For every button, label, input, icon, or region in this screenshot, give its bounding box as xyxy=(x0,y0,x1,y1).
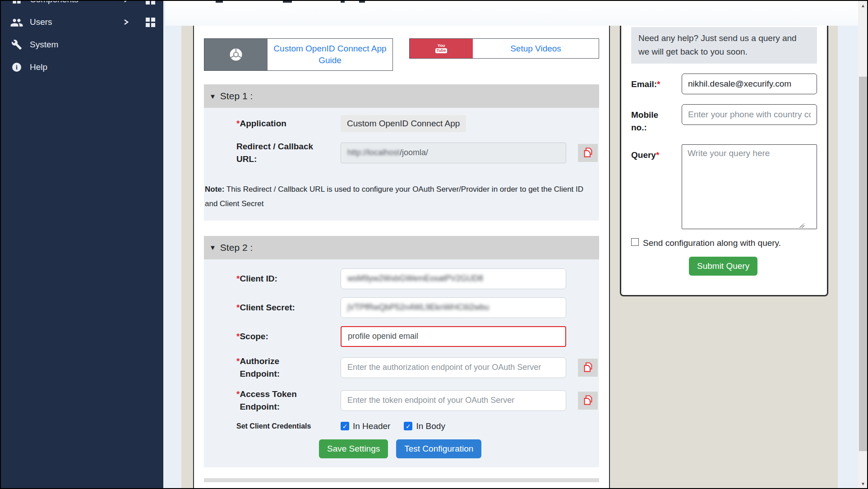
vertical-scrollbar[interactable]: ▲ ▼ xyxy=(858,0,868,489)
support-panel: Need any help? Just send us a query and … xyxy=(620,0,828,296)
redirect-url-clear: /joomla/ xyxy=(400,148,428,157)
scroll-up-button[interactable]: ▲ xyxy=(858,1,868,10)
submit-row: Submit Query xyxy=(631,257,817,276)
send-config-checkbox[interactable] xyxy=(631,238,639,246)
authorize-endpoint-input[interactable] xyxy=(341,357,566,378)
client-id-input[interactable]: wsM9yw2WxbGWemEosatPV2GUD8 xyxy=(341,268,566,289)
tab-setup-videos[interactable]: You Tube Setup Videos xyxy=(409,38,599,59)
email-label: Email:* xyxy=(631,74,682,94)
support-email-input[interactable] xyxy=(682,74,817,94)
components-icon xyxy=(9,0,24,5)
tab-app-guide-label: Custom OpenID Connect App Guide xyxy=(268,39,392,70)
in-body-checkbox[interactable]: ✓ xyxy=(404,422,412,430)
query-row: Query* xyxy=(631,144,817,229)
redirect-url-row: Redirect / Callback URL: http://localhos… xyxy=(204,140,599,165)
authorize-endpoint-row: *Authorize Endpoint: xyxy=(204,355,599,380)
next-section-divider xyxy=(204,478,599,482)
scope-row: *Scope: xyxy=(204,326,599,347)
client-id-obscured-value: wsM9yw2WxbGWemEosatPV2GUD8 xyxy=(347,274,483,283)
chrome-icon xyxy=(204,39,268,70)
client-credentials-label: Set Client Credentials xyxy=(236,421,341,431)
admin-sidebar: Components Users System i xyxy=(0,0,163,489)
sidebar-item-help[interactable]: i Help xyxy=(0,56,163,78)
copy-redirect-url-button[interactable] xyxy=(578,144,598,162)
in-header-label: In Header xyxy=(353,421,390,431)
mobile-label: Mobile no.: xyxy=(631,104,682,134)
scrollbar-thumb[interactable] xyxy=(859,77,867,451)
copy-token-endpoint-button[interactable] xyxy=(578,392,598,410)
sidebar-item-label: Users xyxy=(30,17,155,27)
guide-tabs-row: Custom OpenID Connect App Guide You Tube… xyxy=(204,38,599,71)
oauth-config-card: Custom OpenID Connect App Guide You Tube… xyxy=(193,0,610,489)
redirect-url-label: Redirect / Callback URL: xyxy=(236,140,341,165)
scroll-down-button[interactable]: ▼ xyxy=(858,479,868,488)
client-credentials-row: Set Client Credentials ✓ In Header ✓ In … xyxy=(204,421,599,431)
token-endpoint-input[interactable] xyxy=(341,390,566,411)
sidebar-item-label: Help xyxy=(30,62,155,72)
client-secret-row: *Client Secret: jVTPfRwQbP52n4WL9EknWHC6… xyxy=(204,297,599,318)
sidebar-item-label: Components xyxy=(30,0,155,5)
sidebar-item-components[interactable]: Components xyxy=(0,0,163,11)
authorize-endpoint-label: *Authorize Endpoint: xyxy=(236,355,341,380)
step1-title: Step 1 : xyxy=(220,91,253,101)
support-mobile-input[interactable] xyxy=(682,104,817,125)
scope-label: *Scope: xyxy=(236,330,341,343)
send-config-row: Send configuration along with query. xyxy=(631,236,817,249)
step2-header[interactable]: ▼ Step 2 : xyxy=(204,236,599,259)
step1-header[interactable]: ▼ Step 1 : xyxy=(204,84,599,108)
sidebar-item-users[interactable]: Users xyxy=(0,11,163,33)
sidebar-item-system[interactable]: System xyxy=(0,33,163,56)
query-label: Query* xyxy=(631,144,682,229)
client-id-label: *Client ID: xyxy=(236,272,341,285)
section-gap xyxy=(204,221,599,236)
youtube-icon: You Tube xyxy=(410,39,473,58)
tab-app-guide[interactable]: Custom OpenID Connect App Guide xyxy=(204,38,393,71)
info-icon: i xyxy=(9,62,24,73)
cut-off-element xyxy=(341,0,345,3)
mobile-row: Mobile no.: xyxy=(631,104,817,134)
form-actions-row: Save Settings Test Configuration xyxy=(204,439,599,458)
save-settings-button[interactable]: Save Settings xyxy=(319,439,388,458)
sidebar-item-label: System xyxy=(30,40,155,50)
step1-section: *Application Custom OpenID Connect App R… xyxy=(204,108,599,221)
cut-off-element xyxy=(283,0,292,3)
client-id-row: *Client ID: wsM9yw2WxbGWemEosatPV2GUD8 xyxy=(204,268,599,289)
credentials-checkboxes: ✓ In Header ✓ In Body xyxy=(341,421,445,431)
application-row: *Application Custom OpenID Connect App xyxy=(204,115,599,132)
collapse-triangle-icon: ▼ xyxy=(209,92,216,100)
support-query-textarea[interactable] xyxy=(682,144,817,229)
modal-header-strip xyxy=(165,0,858,26)
submit-query-button[interactable]: Submit Query xyxy=(689,257,757,276)
application-value: Custom OpenID Connect App xyxy=(341,115,466,132)
cut-off-element xyxy=(216,0,223,3)
copy-icon xyxy=(582,147,594,159)
chevron-right-icon xyxy=(123,18,129,26)
send-config-label: Send configuration along with query. xyxy=(643,236,781,249)
copy-icon xyxy=(582,394,594,406)
client-secret-obscured-value: jVTPfRwQbP52n4WL9EknWHC6l2wbu xyxy=(347,303,489,312)
grid-shortcut-icon[interactable] xyxy=(146,0,155,5)
svg-text:i: i xyxy=(16,64,18,71)
grid-shortcut-icon[interactable] xyxy=(146,18,155,27)
chevron-right-icon xyxy=(123,0,129,4)
redirect-url-value[interactable]: http://localhost/joomla/ xyxy=(341,143,566,163)
redirect-url-obscured: http://localhost xyxy=(347,148,400,157)
in-header-checkbox[interactable]: ✓ xyxy=(341,422,349,430)
client-secret-label: *Client Secret: xyxy=(236,301,341,314)
redirect-note: Note: This Redirect / Callback URL is us… xyxy=(204,182,599,211)
copy-authorize-endpoint-button[interactable] xyxy=(578,359,598,377)
client-secret-input[interactable]: jVTPfRwQbP52n4WL9EknWHC6l2wbu xyxy=(341,297,566,318)
users-icon xyxy=(9,17,24,27)
test-configuration-button[interactable]: Test Configuration xyxy=(396,439,481,458)
support-help-text: Need any help? Just send us a query and … xyxy=(631,27,817,64)
textarea-resize-handle[interactable] xyxy=(799,223,804,228)
step2-section: *Client ID: wsM9yw2WxbGWemEosatPV2GUD8 *… xyxy=(204,259,599,467)
tab-setup-videos-label: Setup Videos xyxy=(473,39,599,58)
cut-off-element xyxy=(359,0,365,3)
redirect-note-row: Note: This Redirect / Callback URL is us… xyxy=(204,173,599,212)
application-label: *Application xyxy=(236,117,341,130)
collapse-triangle-icon: ▼ xyxy=(209,244,216,251)
email-row: Email:* xyxy=(631,74,817,94)
step2-title: Step 2 : xyxy=(220,242,253,253)
scope-input[interactable] xyxy=(341,326,566,347)
